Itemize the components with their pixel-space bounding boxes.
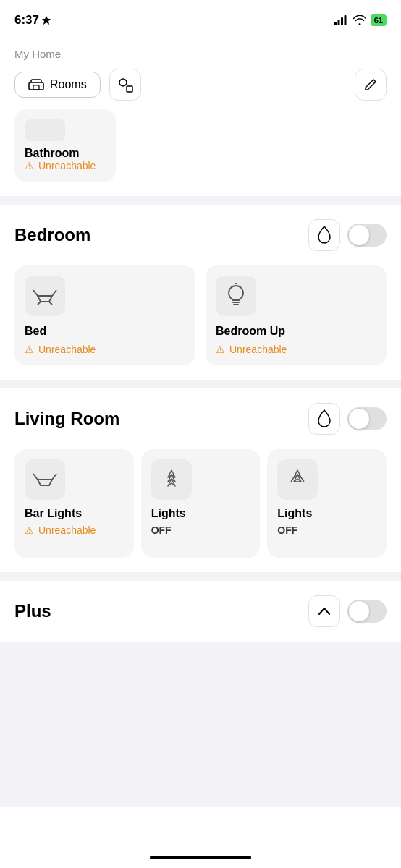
nav-more[interactable]: 1 bbox=[316, 834, 394, 838]
compass-icon bbox=[192, 827, 211, 846]
lights1-name: Lights bbox=[151, 507, 250, 520]
living-room-toggle[interactable] bbox=[347, 407, 387, 430]
nav-history[interactable] bbox=[240, 827, 317, 846]
nav-dashboard[interactable]: Dashboard bbox=[7, 824, 85, 848]
content: Bathroom ⚠ Unreachable Bedroom bbox=[0, 109, 401, 642]
bed-status-text: Unreachable bbox=[38, 344, 96, 355]
svg-rect-19 bbox=[25, 830, 30, 835]
header-tabs: Rooms bbox=[14, 69, 387, 101]
living-water-drop-icon bbox=[318, 409, 331, 428]
svg-point-25 bbox=[353, 834, 357, 838]
status-time: 6:37 bbox=[14, 13, 51, 27]
bedroom-section: Bedroom Bed bbox=[0, 205, 401, 380]
bed-name: Bed bbox=[25, 325, 185, 338]
history-icon bbox=[269, 827, 287, 846]
bedroom-up-status: ⚠ Unreachable bbox=[216, 344, 376, 355]
svg-rect-0 bbox=[334, 22, 337, 25]
more-icon bbox=[346, 834, 365, 838]
bed-card[interactable]: Bed ⚠ Unreachable bbox=[14, 265, 195, 365]
svg-rect-5 bbox=[33, 85, 39, 90]
scenes-tab[interactable] bbox=[109, 69, 141, 101]
svg-rect-7 bbox=[127, 86, 132, 92]
svg-rect-4 bbox=[29, 82, 43, 90]
bathroom-status: ⚠ Unreachable bbox=[25, 160, 106, 171]
plus-section: Plus bbox=[0, 581, 401, 642]
rooms-label: Rooms bbox=[50, 78, 87, 91]
status-icons: 61 bbox=[334, 14, 387, 26]
svg-line-16 bbox=[301, 477, 304, 482]
bedroom-up-name: Bedroom Up bbox=[216, 325, 376, 338]
bed-icon bbox=[32, 286, 58, 306]
lights1-card[interactable]: Lights OFF bbox=[141, 449, 261, 558]
home-title: My Home bbox=[14, 48, 387, 60]
header: My Home Rooms bbox=[0, 36, 401, 109]
dashboard-label: Dashboard bbox=[35, 832, 75, 841]
svg-rect-20 bbox=[19, 837, 24, 842]
living-room-header: Living Room bbox=[14, 403, 387, 435]
rooms-icon bbox=[28, 79, 44, 90]
bathroom-status-text: Unreachable bbox=[38, 160, 96, 171]
bedroom-header: Bedroom bbox=[14, 219, 387, 251]
bathroom-card[interactable]: Bathroom ⚠ Unreachable bbox=[14, 109, 116, 182]
location-icon bbox=[42, 16, 51, 25]
scenes-icon bbox=[117, 77, 133, 93]
bar-lights-warning-icon: ⚠ bbox=[25, 524, 34, 536]
bar-lights-name: Bar Lights bbox=[25, 507, 124, 520]
dashboard-icon bbox=[18, 830, 31, 843]
svg-rect-2 bbox=[341, 17, 343, 25]
svg-point-8 bbox=[229, 286, 243, 300]
lights1-icon bbox=[159, 467, 184, 492]
svg-point-6 bbox=[119, 79, 127, 86]
lights2-icon-wrap bbox=[277, 459, 318, 500]
bedroom-up-card[interactable]: Bedroom Up ⚠ Unreachable bbox=[206, 265, 387, 365]
bar-lights-icon-wrap bbox=[25, 459, 65, 500]
bed-status: ⚠ Unreachable bbox=[25, 344, 185, 355]
lights1-status-text: OFF bbox=[151, 524, 172, 536]
svg-point-24 bbox=[346, 834, 350, 838]
wifi-icon bbox=[353, 15, 366, 25]
bedroom-up-icon-wrap bbox=[216, 276, 256, 316]
living-room-controls bbox=[308, 403, 387, 435]
plus-title: Plus bbox=[14, 601, 51, 621]
bulb-icon bbox=[224, 283, 248, 309]
edit-icon bbox=[364, 78, 377, 91]
svg-rect-18 bbox=[19, 830, 24, 835]
bathroom-name: Bathroom bbox=[25, 147, 106, 160]
plus-water-btn[interactable] bbox=[308, 595, 340, 627]
bar-lights-status-text: Unreachable bbox=[38, 524, 96, 536]
bedroom-up-warning-icon: ⚠ bbox=[216, 344, 225, 355]
bar-lights-icon bbox=[32, 469, 58, 490]
bottom-nav: Dashboard 1 bbox=[0, 810, 401, 868]
lights2-card[interactable]: Lights OFF bbox=[267, 449, 387, 558]
bedroom-water-btn[interactable] bbox=[308, 219, 340, 251]
living-room-title: Living Room bbox=[14, 409, 119, 429]
svg-rect-21 bbox=[25, 837, 30, 842]
svg-rect-1 bbox=[337, 20, 339, 25]
warning-icon: ⚠ bbox=[25, 160, 34, 171]
bar-lights-status: ⚠ Unreachable bbox=[25, 524, 124, 536]
bar-lights-card[interactable]: Bar Lights ⚠ Unreachable bbox=[14, 449, 134, 558]
lights2-status-text: OFF bbox=[277, 524, 297, 536]
bedroom-controls bbox=[308, 219, 387, 251]
bedroom-toggle[interactable] bbox=[347, 224, 387, 247]
svg-marker-10 bbox=[168, 470, 175, 477]
nav-cloud[interactable] bbox=[85, 828, 163, 844]
lights2-icon bbox=[285, 467, 310, 492]
signal-icon bbox=[334, 15, 349, 25]
bed-warning-icon: ⚠ bbox=[25, 344, 34, 355]
dashboard-tab[interactable]: Dashboard bbox=[7, 824, 85, 848]
nav-compass[interactable] bbox=[162, 827, 240, 846]
edit-tab[interactable] bbox=[355, 69, 387, 101]
living-room-water-btn[interactable] bbox=[308, 403, 340, 435]
cloud-download-icon bbox=[114, 828, 134, 844]
bedroom-up-status-text: Unreachable bbox=[229, 344, 287, 355]
lights1-icon-wrap bbox=[151, 459, 192, 500]
rooms-tab[interactable]: Rooms bbox=[14, 72, 101, 98]
battery-display: 61 bbox=[371, 14, 387, 26]
time-display: 6:37 bbox=[14, 13, 39, 27]
lights2-status: OFF bbox=[277, 524, 376, 536]
plus-toggle[interactable] bbox=[347, 600, 387, 623]
svg-point-26 bbox=[360, 834, 364, 838]
chevron-up-icon bbox=[318, 605, 331, 617]
bed-icon-wrap bbox=[25, 276, 65, 316]
